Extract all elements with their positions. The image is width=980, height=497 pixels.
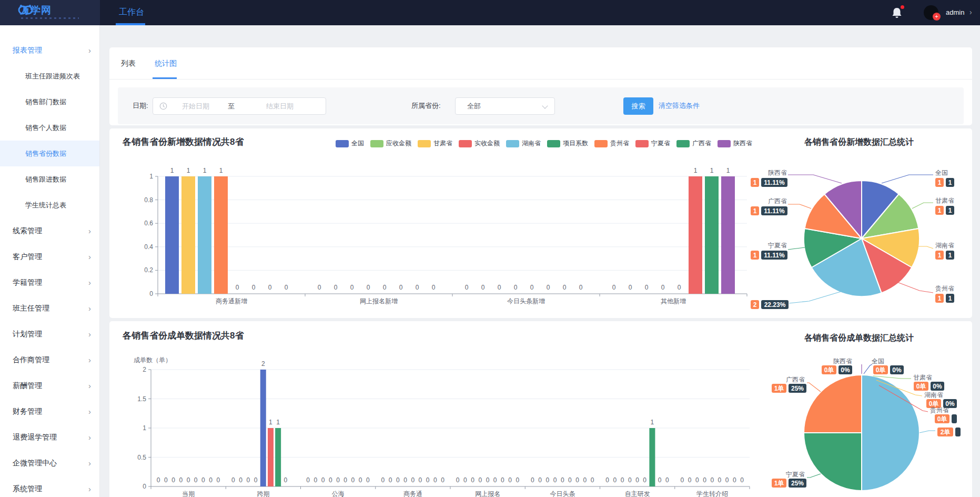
zero-label: 0 [456,476,460,484]
nav-item-workbench[interactable]: 工作台 [115,0,148,25]
zero-label: 0 [284,476,288,484]
legend-item-实收金额[interactable]: 实收金额 [459,139,500,148]
sidebar-item-财务管理[interactable]: 财务管理› [0,399,99,424]
sidebar-item-学生统计总表[interactable]: 学生统计总表 [0,192,99,218]
y-tick-label: 0.6 [144,220,153,227]
bar-value-label: 2 [261,360,265,367]
y-tick-label: 0 [143,483,146,490]
pie-label-name: 贵州省 [930,406,949,414]
province-select[interactable]: 全部 [455,97,555,115]
bar-贵州省[interactable] [214,176,228,294]
pie-label-leader [864,364,872,374]
legend-swatch [418,140,431,147]
pie-chart1-title: 各销售省份新增数据汇总统计 [764,137,954,148]
date-range-input[interactable]: 开始日期 至 结束日期 [153,97,326,115]
bar-广西省[interactable] [705,176,719,294]
sidebar-item-薪酬管理[interactable]: 薪酬管理› [0,373,99,399]
view-tab-list[interactable]: 列表 [121,47,136,79]
zero-label: 0 [343,476,347,484]
sidebar-item-学籍管理[interactable]: 学籍管理› [0,270,99,295]
zero-label: 0 [703,476,706,484]
bar-宁夏省[interactable] [689,176,702,294]
x-category-label: 商务通 [403,490,422,497]
username[interactable]: admin [946,0,964,25]
bar-value[interactable] [260,370,266,486]
sidebar-item-销售部门数据[interactable]: 销售部门数据 [0,89,99,115]
sidebar-item-班主任管理[interactable]: 班主任管理› [0,295,99,321]
zero-label: 0 [399,284,403,291]
zero-label: 0 [465,284,469,291]
pie-slice-广西省[interactable] [804,375,862,433]
zero-label: 0 [553,476,557,484]
bar-甘肃省[interactable] [181,176,195,294]
notification-badge [901,5,904,9]
x-category-label: 跨期 [257,490,269,497]
sidebar-item-班主任跟进频次表[interactable]: 班主任跟进频次表 [0,63,99,89]
pie-label-value: 0单 [937,415,947,423]
bar-湖南省[interactable] [198,176,211,294]
legend-item-应收金额[interactable]: 应收金额 [370,139,411,148]
legend-item-湖南省[interactable]: 湖南省 [506,139,541,148]
sidebar-item-企微管理中心[interactable]: 企微管理中心› [0,450,99,476]
sidebar-item-系统管理[interactable]: 系统管理› [0,476,99,497]
bar-value-label: 1 [187,167,190,174]
legend-item-贵州省[interactable]: 贵州省 [594,139,629,148]
zero-label: 0 [416,284,419,291]
legend-item-甘肃省[interactable]: 甘肃省 [418,139,452,148]
bar-value-label: 1 [219,167,223,174]
zero-label: 0 [187,476,190,484]
legend-item-宁夏省[interactable]: 宁夏省 [635,139,670,148]
legend-swatch [506,140,519,147]
legend-item-项目系数[interactable]: 项目系数 [547,139,588,148]
legend-item-陕西省[interactable]: 陕西省 [718,139,752,148]
zero-label: 0 [478,476,482,484]
zero-label: 0 [216,476,220,484]
search-button[interactable]: 搜索 [623,97,653,115]
zero-label: 0 [501,476,504,484]
sidebar-item-label: 销售个人数据 [25,124,66,132]
sidebar-item-label: 班主任管理 [13,304,49,312]
legend-item-全国[interactable]: 全国 [336,139,364,148]
legend-label: 全国 [351,139,364,148]
sidebar-item-销售省份数据[interactable]: 销售省份数据 [0,141,99,166]
notification-bell-icon[interactable] [891,6,905,20]
bar-陕西省[interactable] [721,176,735,294]
pie-chart2-title: 各销售省份成单数据汇总统计 [764,333,954,344]
pie-slice-宁夏省[interactable] [804,433,862,491]
sidebar-item-线索管理[interactable]: 线索管理› [0,218,99,244]
bar-value[interactable] [268,428,274,486]
user-menu-chevron-icon[interactable]: › [969,0,972,25]
bar-全国[interactable] [165,176,179,294]
x-category-label: 今日头条新增 [507,297,545,305]
sidebar-item-客户管理[interactable]: 客户管理› [0,244,99,270]
sidebar-item-销售跟进数据[interactable]: 销售跟进数据 [0,166,99,192]
new-data-charts: 00.20.40.60.81商务通新增11110000网上报名新增0000000… [109,128,972,318]
sidebar-item-label: 学生统计总表 [25,201,66,209]
zero-label: 0 [740,476,744,484]
bar-value[interactable] [275,428,281,486]
sidebar-item-label: 学籍管理 [13,278,42,286]
legend-item-广西省[interactable]: 广西省 [676,139,711,148]
zero-label: 0 [268,284,272,291]
bar-value[interactable] [649,428,655,486]
sidebar-item-退费退学管理[interactable]: 退费退学管理› [0,424,99,450]
view-tab-chart[interactable]: 统计图 [155,47,177,79]
pie-label-pct: 25% [791,385,804,392]
zero-label: 0 [389,476,392,484]
legend-label: 甘肃省 [433,139,452,148]
zero-label: 0 [179,476,183,484]
start-date-placeholder[interactable]: 开始日期 [182,98,209,114]
legend-label: 项目系数 [563,139,588,148]
sidebar-item-label: 薪酬管理 [13,381,42,390]
clear-filters-link[interactable]: 清空筛选条件 [659,87,700,124]
zero-label: 0 [531,476,534,484]
end-date-placeholder[interactable]: 结束日期 [266,98,294,114]
y-axis-name: 成单数（单） [134,356,171,365]
sidebar-item-计划管理[interactable]: 计划管理› [0,321,99,347]
zero-label: 0 [546,476,550,484]
sidebar-item-销售个人数据[interactable]: 销售个人数据 [0,115,99,141]
zero-label: 0 [710,476,714,484]
sidebar-item-报表管理[interactable]: 报表管理› [0,37,99,63]
zero-label: 0 [621,476,624,484]
sidebar-item-合作商管理[interactable]: 合作商管理› [0,347,99,373]
